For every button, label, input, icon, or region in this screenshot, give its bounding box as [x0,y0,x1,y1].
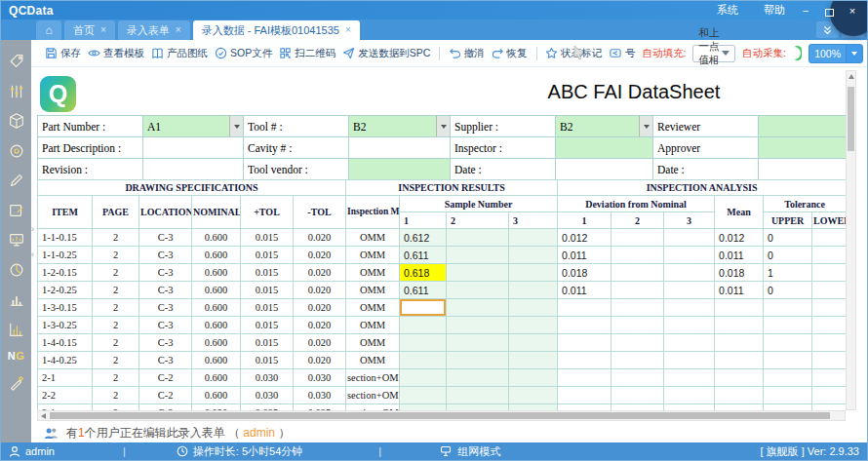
grid-cell-s3[interactable] [509,264,558,282]
scan-qr-button[interactable]: 扫二维码 [279,47,335,60]
pane-splitter[interactable]: ›‹ [31,224,37,259]
grid-cell-minus_tol[interactable]: 0.020 [294,299,346,317]
grid-cell-s2[interactable] [447,282,509,299]
pencil-icon[interactable] [8,172,25,189]
chevron-down-icon[interactable] [229,116,243,136]
undo-button[interactable]: 撤消 [449,47,485,60]
grid-cell-d1[interactable]: 0.018 [558,264,612,282]
grid-cell-minus_tol[interactable]: 0.030 [294,369,346,387]
grid-cell-s3[interactable] [509,352,558,369]
grid-cell-nominal[interactable]: 0.600 [192,369,241,387]
grid-cell-d1[interactable] [558,317,612,334]
tab-data-entry-active[interactable]: 录入数据 - FAI模板01041535 × [193,20,360,40]
monitor-chart-icon[interactable] [8,231,25,249]
grid-cell-minus_tol[interactable]: 0.020 [294,317,346,334]
grid-cell-mean[interactable] [715,369,764,387]
tab-close-icon[interactable]: × [176,20,181,40]
cube-icon[interactable] [8,112,25,130]
grid-cell-upper[interactable] [764,369,812,387]
grid-cell-method[interactable]: section+OMM [346,387,400,404]
sop-file-button[interactable]: SOP文件 [215,47,272,60]
grid-cell-upper[interactable] [764,299,812,317]
tag-icon[interactable] [8,53,25,70]
grid-cell-d2[interactable] [612,369,664,387]
grid-cell-plus_tol[interactable]: 0.015 [241,317,294,334]
minimize-button[interactable]: − [799,4,812,18]
grid-cell-nominal[interactable]: 0.600 [192,387,241,404]
grid-cell-s1[interactable] [400,352,447,369]
grid-cell-minus_tol[interactable]: 0.020 [294,352,346,369]
approver-field[interactable] [759,137,847,159]
grid-cell-d2[interactable] [612,387,664,404]
grid-cell-nominal[interactable]: 0.600 [192,282,241,299]
grid-cell-upper[interactable]: 0 [764,282,812,299]
grid-cell-mean[interactable] [715,387,764,404]
pie-chart-icon[interactable] [8,261,25,279]
grid-cell-minus_tol[interactable]: 0.020 [294,282,346,299]
grid-cell-nominal[interactable]: 0.600 [192,317,241,334]
grid-cell-s3[interactable] [509,334,558,352]
grid-cell-d3[interactable] [664,369,715,387]
grid-cell-nominal[interactable]: 0.600 [192,229,241,247]
grid-cell-item[interactable]: 1-3-0.15 [38,299,93,317]
badge-number-button[interactable]: 号 [609,47,636,60]
grid-cell-mean[interactable]: 0.018 [715,264,764,282]
grid-cell-plus_tol[interactable]: 0.015 [241,299,294,317]
scroll-left-arrow[interactable] [38,411,49,420]
grid-cell-minus_tol[interactable]: 0.020 [294,229,346,247]
grid-cell-plus_tol[interactable]: 0.030 [241,387,294,404]
target-icon[interactable] [8,142,25,160]
chevron-down-icon[interactable] [639,116,652,136]
grid-cell-location[interactable]: C-3 [139,264,192,282]
grid-cell-plus_tol[interactable]: 0.015 [241,229,294,247]
grid-cell-d2[interactable] [612,247,664,264]
histogram-icon[interactable] [8,321,25,338]
tab-shouye[interactable]: 首页 × [64,20,115,40]
view-template-button[interactable]: 查看模板 [88,47,144,60]
grid-cell-item[interactable]: 1-3-0.25 [38,317,93,334]
bar-chart-icon[interactable] [8,290,25,308]
grid-cell-s1[interactable] [400,317,447,334]
grid-cell-method[interactable]: OMM [346,352,400,369]
vertical-scrollbar[interactable] [846,70,856,410]
grid-cell-mean[interactable]: 0.012 [715,229,764,247]
grid-cell-s3[interactable] [509,282,558,299]
grid-cell-location[interactable]: C-3 [139,229,192,247]
grid-cell-method[interactable]: OMM [346,334,400,352]
grid-cell-page[interactable]: 2 [93,387,139,404]
grid-cell-page[interactable]: 2 [93,334,139,352]
revision-field[interactable] [143,159,244,180]
grid-cell-s3[interactable] [509,387,558,404]
grid-cell-nominal[interactable]: 0.600 [192,352,241,369]
grid-cell-d3[interactable] [664,334,715,352]
grid-cell-upper[interactable] [764,352,812,369]
grid-cell-d2[interactable] [612,352,664,369]
grid-cell-s1[interactable]: 0.611 [400,282,447,299]
grid-cell-d2[interactable] [612,282,664,299]
date-right-field[interactable] [759,159,847,180]
grid-cell-method[interactable]: section+OMM [346,369,400,387]
supplier-select[interactable]: B2 [556,116,653,137]
save-button[interactable]: 保存 [45,47,81,60]
grid-cell-d3[interactable] [664,282,715,299]
grid-cell-location[interactable]: C-3 [139,299,192,317]
grid-cell-plus_tol[interactable]: 0.015 [241,352,294,369]
grid-cell-item[interactable]: 1-1-0.25 [38,247,93,264]
grid-cell-page[interactable]: 2 [93,369,139,387]
horizontal-scroll-thumb[interactable] [50,412,830,419]
grid-cell-mean[interactable]: 0.011 [715,247,764,264]
part-number-select[interactable]: A1 [143,116,244,137]
grid-cell-d1[interactable] [558,352,612,369]
tab-close-icon[interactable]: × [345,20,351,40]
grid-cell-item[interactable]: 1-2-0.15 [38,264,93,282]
grid-cell-page[interactable]: 2 [93,247,139,264]
grid-cell-lower[interactable] [812,369,846,387]
grid-cell-page[interactable]: 2 [93,352,139,369]
grid-cell-page[interactable]: 2 [93,317,139,334]
grid-cell-method[interactable]: OMM [346,229,400,247]
grid-cell-lower[interactable] [812,247,846,264]
grid-cell-s3[interactable] [509,229,558,247]
grid-cell-method[interactable]: OMM [346,317,400,334]
grid-cell-d3[interactable] [664,229,715,247]
grid-cell-d1[interactable] [558,369,612,387]
